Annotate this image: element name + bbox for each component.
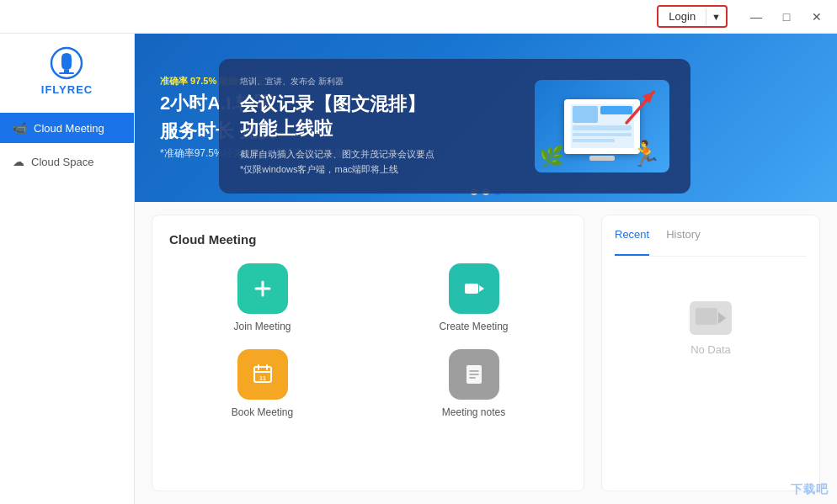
accuracy-label: 准确率 bbox=[160, 76, 188, 86]
meeting-notes-button[interactable] bbox=[449, 349, 499, 400]
sidebar-item-cloud-meeting[interactable]: 📹 Cloud Meeting bbox=[0, 113, 134, 143]
svg-marker-24 bbox=[718, 312, 726, 324]
create-meeting-button[interactable] bbox=[449, 263, 499, 314]
red-arrow-icon bbox=[619, 84, 665, 130]
sidebar-item-cloud-meeting-label: Cloud Meeting bbox=[34, 122, 104, 135]
maximize-button[interactable]: □ bbox=[775, 5, 798, 29]
notes-icon bbox=[462, 363, 486, 386]
banner: 准确率 97.5% 能做会议记 2小时A.I.转写 服务时长 免费 *准确率97… bbox=[135, 34, 837, 202]
popup-title-line1: 会议记录【图文混排】 bbox=[240, 93, 425, 114]
meeting-notes-label: Meeting notes bbox=[442, 406, 505, 418]
book-meeting-button[interactable]: 11 bbox=[237, 349, 288, 400]
popup-desc-line2: *仅限windows客户端，mac端即将上线 bbox=[240, 162, 522, 178]
cloud-space-icon: ☁ bbox=[13, 155, 24, 168]
popup-desc: 截屏自动插入会议记录、图文并茂记录会议要点 *仅限windows客户端，mac端… bbox=[240, 147, 522, 177]
popup-text: 培训、宣讲、发布会 新利器 会议记录【图文混排】 功能上线啦 截屏自动插入会议记… bbox=[240, 76, 522, 177]
banner-bg: 准确率 97.5% 能做会议记 2小时A.I.转写 服务时长 免费 *准确率97… bbox=[135, 34, 837, 202]
no-data-text: No Data bbox=[690, 343, 731, 356]
svg-marker-13 bbox=[479, 285, 484, 292]
join-meeting-button[interactable] bbox=[237, 263, 288, 314]
tab-recent[interactable]: Recent bbox=[615, 228, 649, 247]
meeting-notes-item[interactable]: Meeting notes bbox=[381, 349, 567, 418]
window-controls: — □ ✕ bbox=[744, 5, 829, 29]
minimize-button[interactable]: — bbox=[744, 5, 768, 29]
popup-badge: 培训、宣讲、发布会 新利器 bbox=[240, 76, 522, 88]
book-meeting-item[interactable]: 11 Book Meeting bbox=[169, 349, 355, 418]
sidebar-nav: 📹 Cloud Meeting ☁ Cloud Space bbox=[0, 113, 134, 180]
main-layout: IFLYREC 📹 Cloud Meeting ☁ Cloud Space 准确… bbox=[0, 34, 837, 504]
banner-popup: 培训、宣讲、发布会 新利器 会议记录【图文混排】 功能上线啦 截屏自动插入会议记… bbox=[219, 59, 690, 194]
create-meeting-label: Create Meeting bbox=[439, 321, 508, 332]
svg-rect-9 bbox=[573, 139, 615, 142]
login-dropdown-button[interactable]: ▼ bbox=[706, 8, 726, 25]
book-meeting-label: Book Meeting bbox=[232, 406, 293, 418]
svg-rect-12 bbox=[465, 284, 478, 294]
video-placeholder-icon bbox=[696, 306, 726, 330]
recent-tabs: Recent History bbox=[615, 228, 807, 257]
content-area: 准确率 97.5% 能做会议记 2小时A.I.转写 服务时长 免费 *准确率97… bbox=[135, 34, 837, 504]
join-meeting-item[interactable]: Join Meeting bbox=[169, 263, 355, 332]
accuracy-pct: 97.5% bbox=[190, 76, 216, 86]
logo-text: IFLYREC bbox=[41, 83, 93, 96]
popup-title-line2: 功能上线啦 bbox=[240, 118, 333, 139]
watermark: 下载吧 bbox=[791, 482, 829, 497]
svg-rect-8 bbox=[573, 133, 632, 136]
plus-icon bbox=[251, 277, 275, 300]
login-button[interactable]: Login bbox=[658, 7, 706, 26]
meeting-grid: Join Meeting Create Meeting bbox=[169, 263, 567, 418]
logo-area: IFLYREC bbox=[41, 46, 93, 96]
bottom-section: Cloud Meeting Join Meeting bbox=[135, 202, 837, 504]
sidebar-item-cloud-space-label: Cloud Space bbox=[31, 156, 93, 168]
svg-text:11: 11 bbox=[259, 375, 266, 381]
close-button[interactable]: ✕ bbox=[805, 5, 829, 29]
svg-rect-5 bbox=[573, 106, 598, 123]
logo-icon bbox=[50, 46, 83, 80]
popup-person-left: 🌿 bbox=[539, 145, 564, 168]
popup-title: 会议记录【图文混排】 功能上线啦 bbox=[240, 93, 522, 141]
title-bar: Login ▼ — □ ✕ bbox=[0, 0, 837, 34]
cloud-meeting-title: Cloud Meeting bbox=[169, 232, 567, 247]
sidebar: IFLYREC 📹 Cloud Meeting ☁ Cloud Space bbox=[0, 34, 135, 504]
cloud-meeting-icon: 📹 bbox=[13, 121, 27, 135]
recent-panel: Recent History No Data bbox=[601, 215, 820, 491]
sidebar-item-cloud-space[interactable]: ☁ Cloud Space bbox=[0, 146, 134, 177]
popup-image: 🏃 🌿 bbox=[535, 80, 669, 172]
tab-history[interactable]: History bbox=[666, 228, 700, 247]
popup-person-right: 🏃 bbox=[630, 139, 661, 168]
join-meeting-label: Join Meeting bbox=[233, 321, 291, 332]
no-data-area: No Data bbox=[615, 269, 807, 387]
popup-desc-line1: 截屏自动插入会议记录、图文并茂记录会议要点 bbox=[240, 147, 522, 162]
create-meeting-item[interactable]: Create Meeting bbox=[381, 263, 567, 332]
calendar-icon: 11 bbox=[251, 363, 275, 386]
svg-rect-23 bbox=[696, 308, 717, 325]
cloud-meeting-panel: Cloud Meeting Join Meeting bbox=[152, 215, 584, 491]
no-data-icon bbox=[690, 301, 732, 335]
video-icon bbox=[462, 277, 486, 300]
login-wrapper: Login ▼ bbox=[657, 5, 728, 28]
